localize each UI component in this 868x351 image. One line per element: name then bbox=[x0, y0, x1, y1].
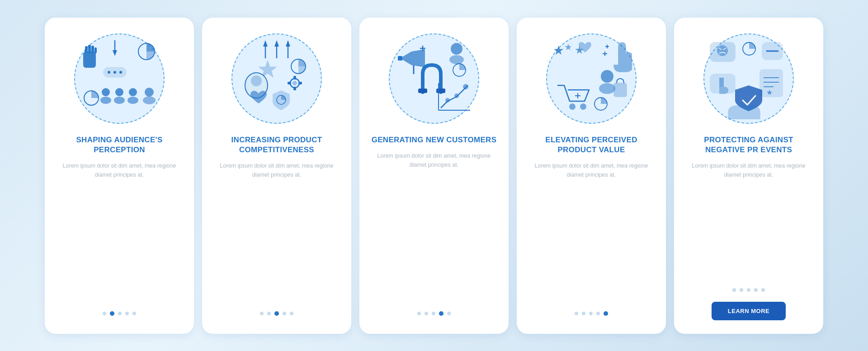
dot bbox=[425, 312, 428, 315]
dot bbox=[125, 312, 129, 315]
dot bbox=[132, 312, 136, 315]
cards-container: SHAPING AUDIENCE'S PERCEPTION Lorem ipsu… bbox=[36, 9, 832, 343]
svg-point-59 bbox=[601, 70, 613, 83]
svg-point-19 bbox=[145, 88, 154, 97]
dot bbox=[747, 288, 750, 292]
card-1-dots bbox=[103, 311, 136, 316]
dot bbox=[103, 312, 106, 315]
svg-marker-6 bbox=[113, 50, 117, 56]
svg-point-60 bbox=[599, 83, 615, 94]
card-4-title: ELEVATING PERCEIVED PRODUCT VALUE bbox=[517, 135, 666, 155]
dot bbox=[596, 312, 600, 315]
svg-point-15 bbox=[114, 97, 125, 104]
card-1-body: Lorem ipsum dolor sit dim amet, mea regi… bbox=[45, 161, 194, 179]
svg-point-14 bbox=[115, 88, 123, 96]
dot bbox=[267, 312, 271, 315]
dot bbox=[589, 312, 593, 315]
card-3-illustration bbox=[382, 27, 486, 131]
svg-rect-44 bbox=[418, 89, 427, 93]
svg-rect-45 bbox=[436, 89, 445, 93]
svg-point-63 bbox=[580, 103, 586, 110]
svg-point-30 bbox=[292, 81, 297, 85]
card-5-body: Lorem ipsum dolor sit dim amet, mea regi… bbox=[674, 161, 823, 179]
svg-marker-24 bbox=[274, 40, 279, 47]
card-2-illustration bbox=[225, 27, 329, 131]
dot bbox=[118, 312, 122, 315]
card-2-title: INCREASING PRODUCT COMPETITIVENESS bbox=[202, 135, 351, 155]
svg-point-11 bbox=[119, 71, 122, 74]
svg-text:★: ★ bbox=[766, 89, 773, 96]
svg-point-10 bbox=[113, 71, 116, 74]
card-1-title: SHAPING AUDIENCE'S PERCEPTION bbox=[45, 135, 194, 155]
dot bbox=[283, 312, 286, 315]
svg-rect-1 bbox=[85, 46, 88, 53]
svg-marker-26 bbox=[286, 40, 290, 47]
svg-rect-38 bbox=[398, 56, 402, 61]
learn-more-button[interactable]: LEARN MORE bbox=[712, 302, 786, 320]
svg-point-20 bbox=[143, 96, 156, 104]
card-5-dots bbox=[732, 288, 765, 292]
dot bbox=[260, 312, 264, 315]
dot bbox=[740, 288, 743, 292]
svg-marker-22 bbox=[263, 40, 268, 47]
svg-rect-2 bbox=[88, 45, 91, 53]
svg-rect-33 bbox=[288, 82, 291, 84]
svg-point-36 bbox=[251, 75, 262, 86]
svg-point-12 bbox=[102, 88, 110, 96]
svg-rect-31 bbox=[293, 76, 296, 80]
dot bbox=[754, 288, 758, 292]
svg-text:★: ★ bbox=[553, 43, 564, 57]
card-5-title: PROTECTING AGAINST NEGATIVE PR EVENTS bbox=[674, 135, 823, 155]
dot-active bbox=[274, 311, 279, 316]
dot bbox=[732, 288, 736, 292]
dot bbox=[582, 312, 585, 315]
dot bbox=[432, 312, 435, 315]
svg-point-42 bbox=[451, 43, 462, 55]
svg-point-43 bbox=[449, 55, 464, 64]
svg-point-13 bbox=[100, 97, 111, 104]
card-elevating-value: ★ ★ ★ bbox=[517, 18, 666, 334]
card-2-dots bbox=[260, 311, 293, 316]
svg-point-50 bbox=[463, 84, 468, 89]
card-4-illustration: ★ ★ ★ bbox=[539, 27, 643, 131]
card-protecting-pr: ★ PROTECTING AGAINST NEGATIVE PR EVENTS … bbox=[674, 18, 823, 334]
dot bbox=[447, 312, 451, 315]
card-4-body: Lorem ipsum dolor sit dim amet, mea regi… bbox=[517, 161, 666, 179]
svg-rect-4 bbox=[94, 47, 97, 53]
card-1-illustration bbox=[67, 27, 171, 131]
card-3-body: Lorem ipsum dolor sit dim amet, mea regi… bbox=[359, 151, 509, 169]
svg-rect-34 bbox=[298, 82, 302, 84]
svg-point-16 bbox=[129, 88, 137, 96]
card-shaping-perception: SHAPING AUDIENCE'S PERCEPTION Lorem ipsu… bbox=[45, 18, 194, 334]
dot bbox=[290, 312, 293, 315]
svg-point-49 bbox=[454, 94, 459, 98]
svg-point-62 bbox=[569, 103, 576, 110]
card-4-dots bbox=[575, 311, 608, 316]
svg-rect-32 bbox=[293, 87, 296, 90]
svg-point-17 bbox=[127, 97, 138, 104]
dot-active bbox=[604, 311, 608, 316]
card-5-illustration: ★ bbox=[697, 27, 801, 131]
dot bbox=[761, 288, 765, 292]
card-generating-customers: GENERATING NEW CUSTOMERS Lorem ipsum dol… bbox=[359, 18, 509, 334]
svg-point-48 bbox=[445, 98, 450, 103]
svg-text:★: ★ bbox=[564, 42, 572, 52]
dot bbox=[417, 312, 421, 315]
svg-rect-0 bbox=[83, 51, 96, 68]
svg-point-9 bbox=[108, 71, 110, 74]
card-increasing-competitiveness: INCREASING PRODUCT COMPETITIVENESS Lorem… bbox=[202, 18, 351, 334]
card-3-dots bbox=[417, 311, 451, 316]
svg-point-68 bbox=[717, 45, 728, 56]
dot-active bbox=[439, 311, 443, 316]
svg-rect-3 bbox=[91, 46, 94, 53]
dot bbox=[575, 312, 578, 315]
card-2-body: Lorem ipsum dolor sit dim amet, mea regi… bbox=[202, 161, 351, 179]
card-3-title: GENERATING NEW CUSTOMERS bbox=[361, 135, 508, 145]
svg-rect-61 bbox=[614, 83, 627, 97]
dot-active bbox=[110, 311, 114, 316]
